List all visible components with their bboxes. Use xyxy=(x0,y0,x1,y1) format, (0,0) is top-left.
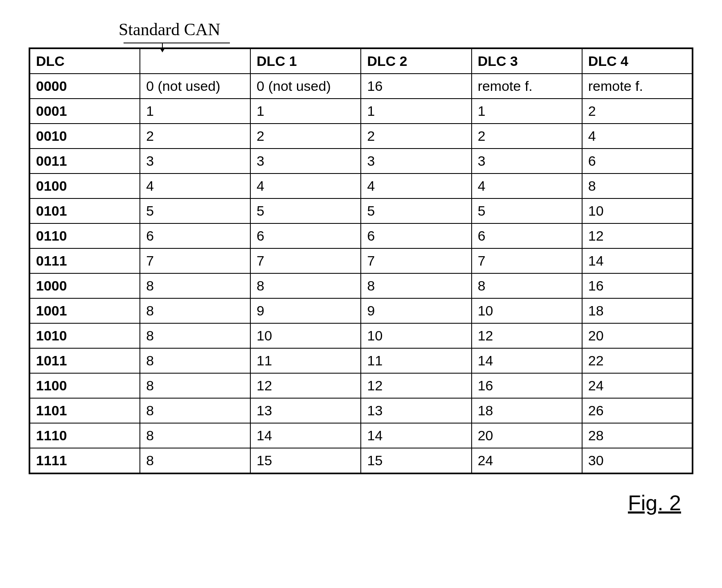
annotation-underline xyxy=(124,43,230,43)
column-header: DLC 4 xyxy=(582,48,693,74)
table-cell: 13 xyxy=(250,398,361,423)
table-row: 010044448 xyxy=(29,173,693,198)
table-cell: 16 xyxy=(361,74,471,99)
table-cell: 8 xyxy=(140,273,250,298)
table-cell: 9 xyxy=(361,298,471,323)
table-cell: 5 xyxy=(472,198,582,223)
table-cell: 18 xyxy=(582,298,693,323)
table-cell: remote f. xyxy=(472,74,582,99)
table-header: DLCDLC 1DLC 2DLC 3DLC 4 xyxy=(29,48,693,74)
table-cell: 1 xyxy=(472,99,582,124)
table-cell: 16 xyxy=(472,373,582,398)
table-row: 1100812121624 xyxy=(29,373,693,398)
table-cell: 5 xyxy=(250,198,361,223)
table-cell: 8 xyxy=(140,323,250,348)
table-cell: 3 xyxy=(250,149,361,173)
table-cell: 14 xyxy=(582,248,693,273)
table-row: 1000888816 xyxy=(29,273,693,298)
table-cell: 0111 xyxy=(29,248,140,273)
table-cell: 1000 xyxy=(29,273,140,298)
table-cell: 3 xyxy=(472,149,582,173)
table-cell: 14 xyxy=(361,423,471,448)
table-cell: 2 xyxy=(250,124,361,149)
table-cell: 0 (not used) xyxy=(140,74,250,99)
table-row: 1110814142028 xyxy=(29,423,693,448)
table-cell: 2 xyxy=(140,124,250,149)
table-cell: 0010 xyxy=(29,124,140,149)
table-cell: 6 xyxy=(250,223,361,248)
table-header-row: DLCDLC 1DLC 2DLC 3DLC 4 xyxy=(29,48,693,74)
table-cell: 9 xyxy=(250,298,361,323)
table-cell: 11 xyxy=(361,348,471,373)
annotation-label: Standard CAN xyxy=(119,20,220,39)
table-row: 1010810101220 xyxy=(29,323,693,348)
table-cell: 7 xyxy=(250,248,361,273)
table-cell: 1110 xyxy=(29,423,140,448)
table-cell: 8 xyxy=(140,448,250,473)
table-cell: 0001 xyxy=(29,99,140,124)
table-cell: 5 xyxy=(140,198,250,223)
table-cell: 1010 xyxy=(29,323,140,348)
table-cell: 14 xyxy=(250,423,361,448)
table-cell: 8 xyxy=(582,173,693,198)
column-header: DLC 1 xyxy=(250,48,361,74)
table-body: 00000 (not used)0 (not used)16remote f.r… xyxy=(29,74,693,473)
table-cell: 6 xyxy=(140,223,250,248)
table-cell: 6 xyxy=(472,223,582,248)
table-row: 000111112 xyxy=(29,99,693,124)
table-cell: 11 xyxy=(250,348,361,373)
dlc-table: DLCDLC 1DLC 2DLC 3DLC 4 00000 (not used)… xyxy=(29,47,693,474)
table-cell: 8 xyxy=(250,273,361,298)
table-row: 0111777714 xyxy=(29,248,693,273)
table-cell: 4 xyxy=(582,124,693,149)
table-cell: 22 xyxy=(582,348,693,373)
table-cell: 8 xyxy=(140,373,250,398)
table-cell: 0101 xyxy=(29,198,140,223)
table-cell: 8 xyxy=(361,273,471,298)
table-cell: 3 xyxy=(361,149,471,173)
table-cell: 10 xyxy=(361,323,471,348)
table-cell: 4 xyxy=(361,173,471,198)
table-cell: 5 xyxy=(361,198,471,223)
table-cell: 4 xyxy=(472,173,582,198)
table-cell: 1011 xyxy=(29,348,140,373)
column-header: DLC xyxy=(29,48,140,74)
table-cell: remote f. xyxy=(582,74,693,99)
table-cell: 2 xyxy=(472,124,582,149)
table-cell: 4 xyxy=(140,173,250,198)
table-cell: 0 (not used) xyxy=(250,74,361,99)
table-row: 0101555510 xyxy=(29,198,693,223)
table-cell: 7 xyxy=(472,248,582,273)
column-header: DLC 3 xyxy=(472,48,582,74)
table-cell: 0110 xyxy=(29,223,140,248)
table-cell: 1100 xyxy=(29,373,140,398)
table-cell: 2 xyxy=(361,124,471,149)
table-cell: 12 xyxy=(472,323,582,348)
table-cell: 12 xyxy=(582,223,693,248)
table-cell: 10 xyxy=(250,323,361,348)
table-cell: 16 xyxy=(582,273,693,298)
figure-label: Fig. 2 xyxy=(29,491,693,515)
table-cell: 30 xyxy=(582,448,693,473)
column-header xyxy=(140,48,250,74)
table-row: 00000 (not used)0 (not used)16remote f.r… xyxy=(29,74,693,99)
table-cell: 0100 xyxy=(29,173,140,198)
table-cell: 24 xyxy=(582,373,693,398)
column-header: DLC 2 xyxy=(361,48,471,74)
table-cell: 4 xyxy=(250,173,361,198)
table-cell: 1 xyxy=(250,99,361,124)
table-cell: 10 xyxy=(582,198,693,223)
table-cell: 24 xyxy=(472,448,582,473)
table-row: 0110666612 xyxy=(29,223,693,248)
table-cell: 15 xyxy=(361,448,471,473)
table-cell: 1 xyxy=(140,99,250,124)
annotation-arrow xyxy=(162,43,163,52)
table-cell: 1001 xyxy=(29,298,140,323)
table-cell: 28 xyxy=(582,423,693,448)
table-row: 1111815152430 xyxy=(29,448,693,473)
table-row: 001133336 xyxy=(29,149,693,173)
table-cell: 18 xyxy=(472,398,582,423)
table-cell: 3 xyxy=(140,149,250,173)
table-cell: 13 xyxy=(361,398,471,423)
table-cell: 0011 xyxy=(29,149,140,173)
